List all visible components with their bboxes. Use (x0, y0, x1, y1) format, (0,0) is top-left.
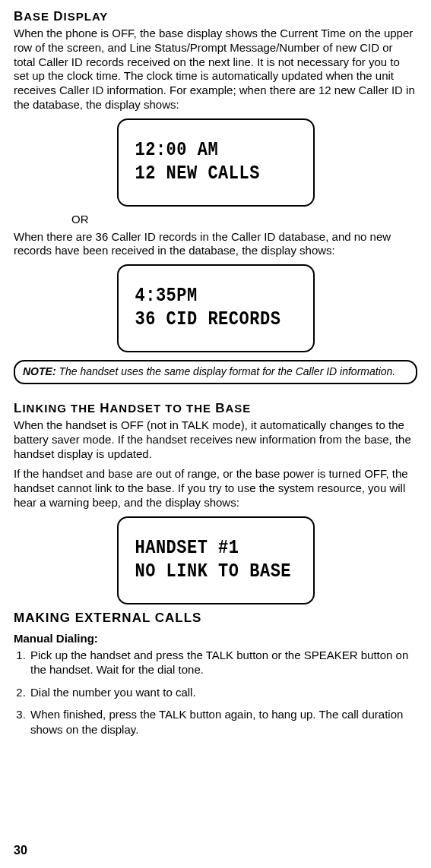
lcd-line: HANDSET #1 (135, 536, 313, 559)
lcd-line: 12 NEW CALLS (135, 162, 313, 185)
lcd-example-new-calls: 12:00 AM 12 NEW CALLS (117, 118, 315, 207)
lcd-example-no-link: HANDSET #1 NO LINK TO BASE (117, 516, 315, 604)
heading-making-calls: MAKING EXTERNAL CALLS (14, 611, 417, 626)
subhead-manual-dialing: Manual Dialing: (14, 632, 417, 645)
para-base-display: When the phone is OFF, the base display … (14, 27, 417, 112)
lcd-line: 12:00 AM (135, 138, 313, 161)
lcd-line: 4:35PM (135, 284, 313, 307)
para-linking-2: If the handset and base are out of range… (14, 467, 417, 510)
steps-list: Pick up the handset and press the TALK b… (14, 648, 417, 737)
note-box: NOTE: The handset uses the same display … (14, 360, 417, 384)
note-text: The handset uses the same display format… (56, 365, 396, 377)
lcd-line: 36 CID RECORDS (135, 308, 313, 330)
lcd-example-cid-records: 4:35PM 36 CID RECORDS (117, 264, 315, 352)
list-item: Pick up the handset and press the TALK b… (29, 648, 417, 677)
page-number: 30 (14, 844, 27, 857)
para-linking-1: When the handset is OFF (not in TALK mod… (14, 418, 417, 461)
heading-base-display: BASE DISPLAY (14, 9, 417, 24)
lcd-line: NO LINK TO BASE (135, 560, 313, 582)
list-item: When finished, press the TALK button aga… (29, 707, 417, 737)
or-separator: OR (71, 213, 417, 226)
list-item: Dial the number you want to call. (29, 685, 417, 700)
note-lead: NOTE: (23, 365, 56, 377)
para-cid-records: When there are 36 Caller ID records in t… (14, 230, 417, 259)
heading-linking-handset: LINKING THE HANDSET TO THE BASE (14, 401, 417, 416)
